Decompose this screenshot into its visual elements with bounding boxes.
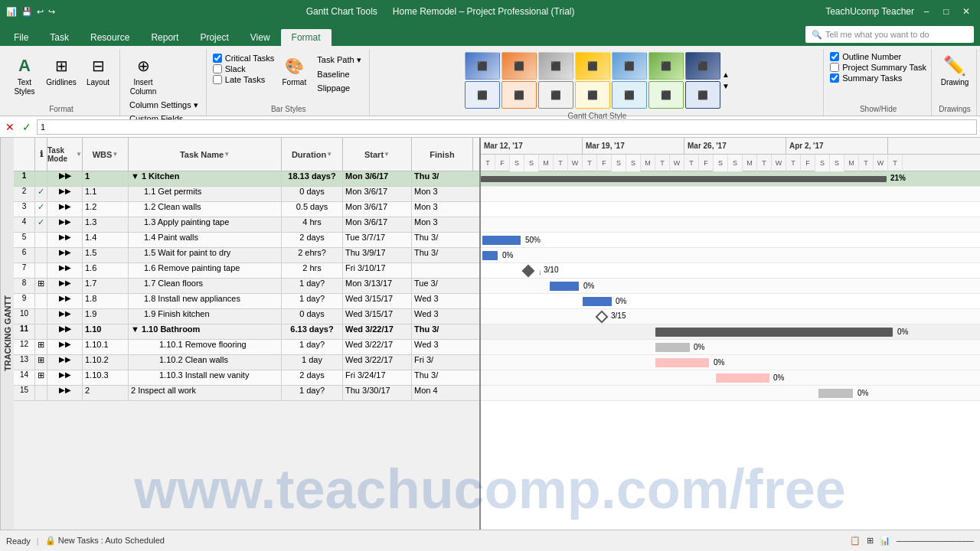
tab-format[interactable]: Format [281,29,332,46]
formula-input[interactable] [37,119,977,135]
row-mode: ▶▶ [47,324,83,339]
status-icon-2[interactable]: ⊞ [867,536,874,546]
table-row[interactable]: 10 ▶▶ 1.9 1.9 Finish kitchen 0 days Wed … [14,309,479,324]
row-finish: Mon 3 [412,217,473,232]
col-header-duration[interactable]: Duration ▼ [282,138,343,171]
formula-confirm-button[interactable]: ✓ [20,121,34,133]
gantt-bar-summary-11 [655,328,893,337]
gantt-style-6[interactable]: ⬛ [648,52,684,80]
format-bar-icon: 🎨 [282,54,306,78]
tab-file[interactable]: File [3,29,39,46]
outline-number-label: Outline Number [842,52,901,61]
status-icon-3[interactable]: 📊 [880,536,890,546]
table-row[interactable]: 8 ⊞ ▶▶ 1.7 1.7 Clean floors 1 day? Mon 3… [14,279,479,294]
gantt-style-13[interactable]: ⬛ [648,81,684,109]
style-scroll-down[interactable]: ▼ [722,82,730,90]
table-row[interactable]: 4 ✓ ▶▶ 1.3 1.3 Apply painting tape 4 hrs… [14,217,479,233]
table-row[interactable]: 7 ▶▶ 1.6 1.6 Remove painting tape 2 hrs … [14,263,479,279]
table-row[interactable]: 15 ▶▶ 2 2 Inspect all work 1 day? Thu 3/… [14,386,479,401]
gridlines-button[interactable]: ⊞ Gridlines [44,52,78,89]
gantt-day: W [670,155,684,171]
slack-checkbox[interactable]: Slack [213,64,275,73]
minimize-button[interactable]: – [919,4,934,19]
col-header-finish[interactable]: Finish [412,138,473,171]
column-settings-button[interactable]: Column Settings ▾ [126,99,201,112]
gantt-style-4[interactable]: ⬛ [575,52,610,80]
tab-task[interactable]: Task [39,29,80,46]
maximize-button[interactable]: □ [939,4,954,19]
summary-tasks-check[interactable]: Summary Tasks [830,73,926,83]
baseline-label: Baseline [317,70,349,79]
project-summary-label: Project Summary Task [842,63,926,72]
status-icon-1[interactable]: 📋 [850,536,861,546]
gantt-day-weekend: S [612,155,626,171]
table-row[interactable]: 2 ✓ ▶▶ 1.1 1.1 Get permits 0 days Mon 3/… [14,187,479,202]
close-button[interactable]: ✕ [959,4,974,19]
table-row[interactable]: 9 ▶▶ 1.8 1.8 Install new appliances 1 da… [14,294,479,309]
gantt-day: F [699,155,714,171]
gantt-day: T [786,155,801,171]
col-header-wbs[interactable]: WBS ▼ [83,138,129,171]
baseline-button[interactable]: Baseline [314,68,364,80]
outline-number-check[interactable]: Outline Number [830,52,926,61]
gantt-day-weekend: S [524,155,539,171]
table-row[interactable]: 5 ▶▶ 1.4 1.4 Paint walls 2 days Tue 3/7/… [14,233,479,248]
critical-tasks-checkbox[interactable]: Critical Tasks [213,54,275,63]
drawing-button[interactable]: ✏️ Drawing [938,52,972,88]
table-row[interactable]: 11 ▶▶ 1.10 ▼ 1.10 Bathroom 6.13 days? We… [14,324,479,340]
ribbon-group-columns: ⊕ InsertColumn Column Settings ▾ Custom … [122,49,207,116]
row-taskname: 2 Inspect all work [129,386,282,400]
row-check: ⊞ [35,355,47,370]
row-check: ✓ [35,187,47,201]
gantt-style-3[interactable]: ⬛ [538,52,573,80]
undo-btn[interactable]: ↩ [37,7,44,17]
col-header-taskname[interactable]: Task Name ▼ [129,138,282,171]
row-start: Wed 3/22/17 [343,324,412,339]
style-scroll-up[interactable]: ▲ [722,70,730,79]
gantt-style-7[interactable]: ⬛ [685,52,720,80]
gantt-style-10[interactable]: ⬛ [538,81,573,109]
layout-button[interactable]: ⊟ Layout [81,52,115,89]
quick-save[interactable]: 💾 [21,7,32,17]
row-mode: ▶▶ [47,355,83,370]
tab-view[interactable]: View [240,29,281,46]
row-start: Wed 3/22/17 [343,340,412,354]
gantt-style-2[interactable]: ⬛ [501,52,537,80]
task-path-button[interactable]: Task Path ▾ [314,54,364,67]
row-wbs: 1.10 [83,324,129,339]
gantt-style-8[interactable]: ⬛ [465,81,500,109]
col-header-start[interactable]: Start ▼ [343,138,412,171]
text-styles-button[interactable]: A TextStyles [8,52,41,98]
format-bar-button[interactable]: 🎨 Format [277,52,311,89]
tab-project[interactable]: Project [189,29,239,46]
table-row[interactable]: 12 ⊞ ▶▶ 1.10.1 1.10.1 Remove flooring 1 … [14,340,479,355]
gantt-style-1[interactable]: ⬛ [465,52,500,80]
slack-label: Slack [225,64,246,73]
gantt-style-11[interactable]: ⬛ [575,81,610,109]
late-tasks-label: Late Tasks [225,75,265,84]
row-duration: 4 hrs [282,217,343,232]
redo-btn[interactable]: ↪ [48,7,55,17]
table-row[interactable]: 1 ▶▶ 1 ▼ 1 Kitchen 18.13 days? Mon 3/6/1… [14,171,479,187]
gantt-style-9[interactable]: ⬛ [501,81,537,109]
insert-column-button[interactable]: ⊕ InsertColumn [126,52,160,98]
table-row[interactable]: 3 ✓ ▶▶ 1.2 1.2 Clean walls 0.5 days Mon … [14,202,479,217]
gantt-style-5[interactable]: ⬛ [612,52,647,80]
row-finish: Mon 3 [412,202,473,217]
gantt-style-14[interactable]: ⬛ [685,81,720,109]
formula-cancel-button[interactable]: ✕ [3,121,17,133]
row-taskname: ▼ 1 Kitchen [129,171,282,186]
slippage-button[interactable]: Slippage [314,82,364,94]
late-tasks-checkbox[interactable]: Late Tasks [213,75,275,84]
project-summary-check[interactable]: Project Summary Task [830,63,926,72]
table-row[interactable]: 13 ⊞ ▶▶ 1.10.2 1.10.2 Clean walls 1 day … [14,355,479,370]
gantt-day-weekend: S [626,155,641,171]
table-row[interactable]: 6 ▶▶ 1.5 1.5 Wait for paint to dry 2 ehr… [14,248,479,263]
col-header-mode[interactable]: Task Mode ▼ [47,138,83,171]
tab-report[interactable]: Report [140,29,189,46]
row-taskname: 1.9 Finish kitchen [129,309,282,324]
tab-resource[interactable]: Resource [80,29,140,46]
table-row[interactable]: 14 ⊞ ▶▶ 1.10.3 1.10.3 Install new vanity… [14,370,479,386]
gantt-style-12[interactable]: ⬛ [612,81,647,109]
search-bar[interactable]: 🔍 Tell me what you want to do [805,26,974,43]
